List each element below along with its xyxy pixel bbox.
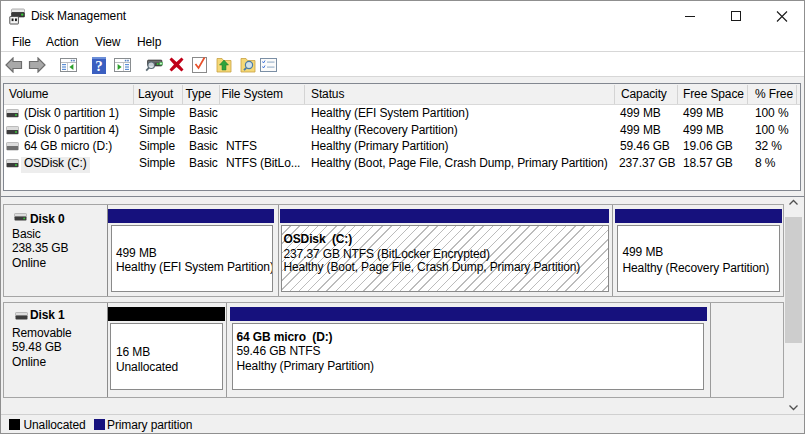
svg-text:?: ? bbox=[95, 58, 103, 74]
